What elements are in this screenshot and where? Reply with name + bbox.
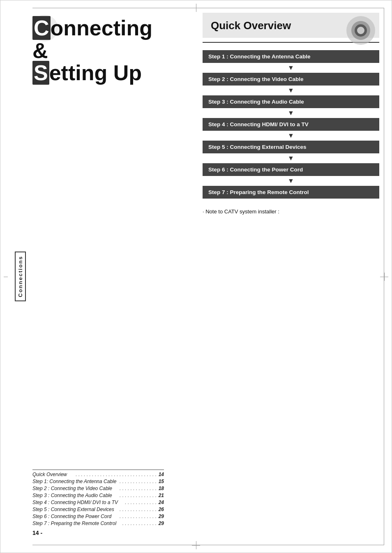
toc-item: Step 2 : Connecting the Video Cable . . … xyxy=(32,486,164,491)
toc-item-dots: . . . . . . . . . . . . . . xyxy=(120,486,157,491)
title-section: Connecting & Setting Up xyxy=(32,17,164,84)
toc-item-text: Quick Overview xyxy=(32,472,76,477)
toc-item-page: 21 xyxy=(157,493,164,498)
qo-circle-eye xyxy=(355,24,367,37)
page-number: 14 - xyxy=(32,530,164,536)
toc-item-text: Step 6 : Connecting the Power Cord xyxy=(32,514,120,519)
note-text: · Note to CATV system installer : xyxy=(203,208,279,215)
crosshair-bottom-center xyxy=(192,541,200,549)
toc-item-text: Step 1: Connecting the Antenna Cable xyxy=(32,479,120,484)
toc-item-page: 26 xyxy=(157,507,164,512)
toc-item-text: Step 2 : Connecting the Video Cable xyxy=(32,486,120,491)
sidebar: Connections xyxy=(8,8,32,545)
toc-item-text: Step 5 : Connecting External Devices xyxy=(32,507,120,512)
toc-item-page: 29 xyxy=(157,514,164,519)
toc-item: Step 5 : Connecting External Devices . .… xyxy=(32,507,164,512)
toc-item-text: Step 7 : Preparing the Remote Control xyxy=(32,521,122,526)
step-box-5: Step 5 : Connecting External Devices xyxy=(203,141,379,153)
down-arrow-icon: ▼ xyxy=(288,155,294,162)
step-box-2: Step 2 : Connecting the Video Cable xyxy=(203,73,379,86)
s-letter: S xyxy=(32,61,49,85)
down-arrow-icon: ▼ xyxy=(288,87,294,94)
down-arrow-icon: ▼ xyxy=(288,132,294,139)
step-box-4: Step 4 : Connecting HDMI/ DVI to a TV xyxy=(203,118,379,131)
toc-item: Step 4 : Connecting HDMI/ DVI to a TV . … xyxy=(32,500,164,505)
right-panel: Quick Overview Step 1 : Connecting the A… xyxy=(203,13,379,540)
steps-container: Step 1 : Connecting the Antenna Cable▼St… xyxy=(203,50,379,199)
toc-item: Step 3 : Connecting the Audio Cable . . … xyxy=(32,493,164,498)
toc-item-text: Step 4 : Connecting HDMI/ DVI to a TV xyxy=(32,500,125,505)
toc-item-dots: . . . . . . . . . . . . . . xyxy=(120,514,157,519)
title-line2-rest: etting Up xyxy=(49,61,142,85)
step-arrow-6: ▼ xyxy=(203,176,379,186)
step-box-6: Step 6 : Connecting the Power Cord xyxy=(203,163,379,176)
step-arrow-4: ▼ xyxy=(203,131,379,141)
crosshair-top-center xyxy=(192,4,200,12)
toc-item-dots: . . . . . . . . . . . . . xyxy=(122,521,157,526)
step-box-7: Step 7 : Preparing the Remote Control xyxy=(203,186,379,199)
toc-item-dots: . . . . . . . . . . . . . . . . . . . . … xyxy=(76,472,157,477)
note-section: · Note to CATV system installer : xyxy=(203,208,379,215)
toc-divider xyxy=(32,470,164,470)
toc-item: Step 6 : Connecting the Power Cord . . .… xyxy=(32,514,164,519)
page-container: Connections Connecting & Setting Up Quic… xyxy=(0,0,392,553)
toc-item-page: 15 xyxy=(157,479,164,484)
quick-overview-box: Quick Overview xyxy=(203,13,379,38)
down-arrow-icon: ▼ xyxy=(288,110,294,116)
c-letter: C xyxy=(32,16,51,40)
qo-circle-highlight xyxy=(357,27,364,34)
down-arrow-icon: ▼ xyxy=(288,178,294,184)
down-arrow-icon: ▼ xyxy=(288,65,294,71)
sidebar-label: Connections xyxy=(15,252,26,301)
toc-item-page: 18 xyxy=(157,486,164,491)
page-title: Connecting & Setting Up xyxy=(32,17,164,84)
step-arrow-2: ▼ xyxy=(203,86,379,95)
step-box-1: Step 1 : Connecting the Antenna Cable xyxy=(203,50,379,63)
toc-item-page: 14 xyxy=(157,472,164,477)
toc-item-page: 29 xyxy=(157,521,164,526)
step-arrow-5: ▼ xyxy=(203,153,379,163)
toc-item-dots: . . . . . . . . . . . . xyxy=(125,500,157,505)
toc-item-dots: . . . . . . . . . . . . . . xyxy=(120,507,157,512)
title-line1-rest: onnecting & xyxy=(32,16,152,62)
toc-item-dots: . . . . . . . . . . . . . . xyxy=(120,479,157,484)
quick-overview-title: Quick Overview xyxy=(211,19,291,32)
step-arrow-3: ▼ xyxy=(203,108,379,118)
toc-list: Quick Overview . . . . . . . . . . . . .… xyxy=(32,472,164,526)
toc-section: Quick Overview . . . . . . . . . . . . .… xyxy=(32,470,164,536)
step-box-3: Step 3 : Connecting the Audio Cable xyxy=(203,95,379,108)
toc-item: Quick Overview . . . . . . . . . . . . .… xyxy=(32,472,164,477)
toc-item-dots: . . . . . . . . . . . . . . xyxy=(120,493,157,498)
toc-item: Step 1: Connecting the Antenna Cable . .… xyxy=(32,479,164,484)
toc-item-text: Step 3 : Connecting the Audio Cable xyxy=(32,493,120,498)
toc-item-page: 24 xyxy=(157,500,164,505)
step-arrow-1: ▼ xyxy=(203,63,379,73)
crosshair-right-middle xyxy=(380,273,388,281)
toc-item: Step 7 : Preparing the Remote Control . … xyxy=(32,521,164,526)
